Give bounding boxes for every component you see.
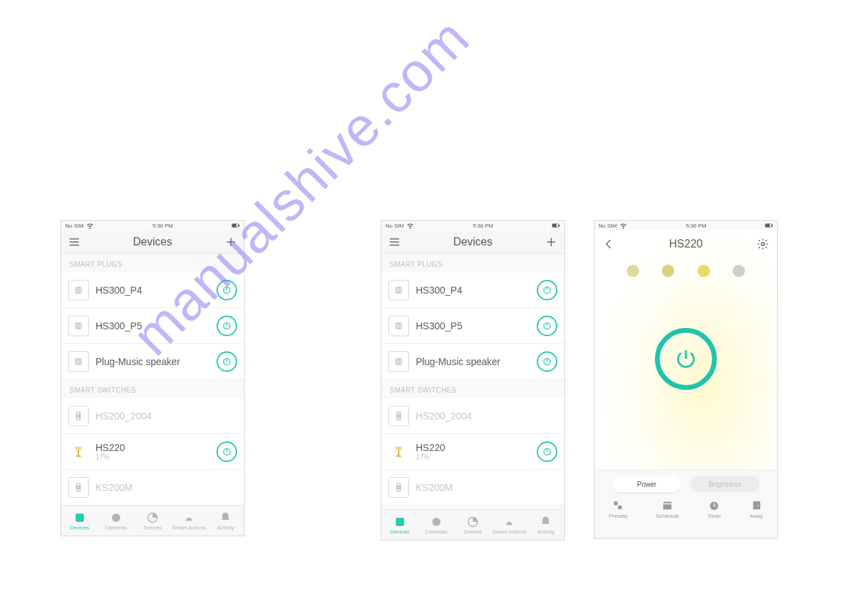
device-row[interactable]: HS220 17% <box>381 434 564 470</box>
device-name: HS200_2004 <box>96 410 237 421</box>
power-toggle[interactable] <box>216 280 237 300</box>
device-row[interactable]: HS200_2004 <box>381 398 564 434</box>
svg-rect-2 <box>233 225 236 227</box>
device-row[interactable]: HS300_P4 <box>61 272 244 308</box>
menu-icon[interactable] <box>68 236 80 248</box>
switch-icon <box>388 406 409 426</box>
device-row[interactable]: Plug-Music speaker <box>381 344 564 380</box>
plug-icon <box>388 351 409 372</box>
tab-cameras[interactable]: Cameras <box>98 506 134 536</box>
power-toggle[interactable] <box>537 316 557 336</box>
power-button[interactable] <box>655 328 717 390</box>
section-plugs-label: SMART PLUGS <box>381 254 564 272</box>
menu-icon[interactable] <box>388 236 401 248</box>
add-icon[interactable] <box>225 236 237 248</box>
bottom-panel: Power Brightness Presets Schedule Timer <box>594 470 777 538</box>
preset-dots <box>594 258 777 280</box>
device-row[interactable]: HS300_P4 <box>381 272 564 308</box>
preset-dot[interactable] <box>698 265 710 277</box>
wifi-icon <box>406 221 414 230</box>
tab-scenes[interactable]: Scenes <box>454 510 491 540</box>
device-name: HS220 <box>416 442 530 453</box>
wifi-icon <box>86 221 94 230</box>
svg-rect-19 <box>76 514 84 522</box>
tab-presets[interactable]: Presets <box>609 499 627 519</box>
svg-rect-14 <box>78 450 79 455</box>
plug-icon <box>388 316 409 336</box>
svg-point-7 <box>77 325 80 327</box>
back-icon[interactable] <box>603 238 615 250</box>
svg-rect-6 <box>76 323 81 329</box>
preset-dot[interactable] <box>627 265 639 277</box>
settings-icon[interactable] <box>757 238 769 250</box>
plug-icon <box>68 316 89 336</box>
tab-smart-actions[interactable]: Smart Actions <box>171 506 208 536</box>
power-toggle[interactable] <box>216 351 237 372</box>
svg-point-29 <box>397 325 400 327</box>
svg-rect-40 <box>398 486 400 489</box>
tab-scenes[interactable]: Scenes <box>134 506 170 536</box>
power-toggle[interactable] <box>537 351 557 372</box>
lamp-icon <box>68 441 89 462</box>
page-title: Devices <box>454 236 493 248</box>
device-row[interactable]: Plug-Music speaker <box>61 344 244 380</box>
device-name: KS200M <box>416 482 557 493</box>
device-row[interactable]: KS200M <box>381 470 564 505</box>
device-row[interactable]: HS300_P5 <box>61 308 244 344</box>
pill-power[interactable]: Power <box>612 476 681 492</box>
preset-dot[interactable] <box>662 265 674 277</box>
svg-point-26 <box>397 289 400 292</box>
svg-rect-28 <box>396 323 401 329</box>
section-plugs-label: SMART PLUGS <box>61 254 244 272</box>
carrier-text: No SIM <box>386 223 404 229</box>
tab-timer[interactable]: Timer <box>707 499 721 519</box>
device-row[interactable]: HS300_P5 <box>381 308 564 344</box>
power-toggle[interactable] <box>216 441 237 462</box>
svg-rect-37 <box>396 455 401 457</box>
power-toggle[interactable] <box>216 316 237 336</box>
device-brightness: 17% <box>96 453 210 461</box>
switch-icon <box>388 477 409 498</box>
power-toggle[interactable] <box>537 280 557 300</box>
power-toggle[interactable] <box>537 441 557 462</box>
battery-icon <box>765 221 773 230</box>
device-row[interactable]: KS200M <box>61 470 244 505</box>
clock-text: 5:36 PM <box>473 223 493 229</box>
svg-rect-36 <box>398 450 399 455</box>
svg-point-47 <box>761 243 765 246</box>
svg-point-20 <box>112 514 120 522</box>
phone-screenshot-device-detail: No SIM 5:36 PM HS220 Power Brightness <box>594 220 778 539</box>
nav-header: Devices <box>381 230 564 254</box>
svg-rect-25 <box>396 287 401 293</box>
svg-rect-50 <box>663 502 671 509</box>
device-name: HS300_P5 <box>96 320 210 331</box>
svg-point-53 <box>757 505 759 506</box>
svg-rect-41 <box>396 518 404 526</box>
battery-icon <box>232 221 240 230</box>
section-switches-label: SMART SWITCHES <box>61 380 244 398</box>
bottom-tabbar: Devices Cameras Scenes Smart Actions Act… <box>61 505 244 536</box>
tab-activity[interactable]: Activity <box>208 506 244 536</box>
svg-point-4 <box>77 289 80 292</box>
device-name: Plug-Music speaker <box>416 356 530 367</box>
device-name: HS300_P5 <box>416 320 530 331</box>
status-bar: No SIM 5:36 PM <box>594 221 777 230</box>
tab-cameras[interactable]: Cameras <box>418 510 454 540</box>
tab-away[interactable]: Away <box>750 499 763 519</box>
svg-rect-31 <box>396 359 401 364</box>
carrier-text: No SIM <box>65 223 84 229</box>
add-icon[interactable] <box>545 236 557 248</box>
svg-point-48 <box>614 501 618 505</box>
svg-point-49 <box>618 505 622 509</box>
device-row[interactable]: HS220 17% <box>61 434 244 470</box>
status-bar: No SIM 5:36 PM <box>381 221 564 230</box>
tab-schedule[interactable]: Schedule <box>656 499 678 519</box>
tab-devices[interactable]: Devices <box>381 510 418 540</box>
device-row[interactable]: HS200_2004 <box>61 398 244 434</box>
svg-rect-13 <box>78 415 80 417</box>
tab-smart-actions[interactable]: Smart Actions <box>491 510 528 540</box>
tab-activity[interactable]: Activity <box>528 510 564 540</box>
pill-brightness[interactable]: Brightness <box>691 476 759 492</box>
tab-devices[interactable]: Devices <box>61 506 98 536</box>
preset-dot[interactable] <box>733 265 745 277</box>
